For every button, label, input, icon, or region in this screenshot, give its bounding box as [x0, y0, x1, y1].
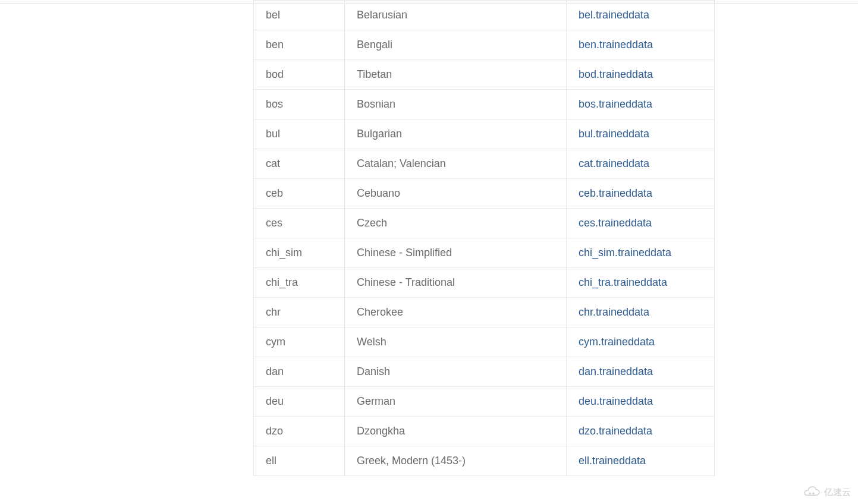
lang-name-cell: Tibetan: [345, 60, 567, 90]
watermark: 亿速云: [803, 486, 851, 498]
lang-code-cell: chi_tra: [254, 268, 345, 298]
lang-file-cell: ben.traineddata: [567, 30, 715, 60]
traineddata-link[interactable]: chi_sim.traineddata: [579, 247, 671, 259]
traineddata-link[interactable]: bod.traineddata: [579, 68, 653, 80]
lang-file-cell: chr.traineddata: [567, 298, 715, 327]
lang-file-cell: cym.traineddata: [567, 327, 715, 357]
traineddata-link[interactable]: bos.traineddata: [579, 98, 652, 110]
lang-name-cell: Chinese - Simplified: [345, 238, 567, 268]
table-row: danDanishdan.traineddata: [254, 357, 715, 387]
table-row: chi_traChinese - Traditionalchi_tra.trai…: [254, 268, 715, 298]
table-row: cymWelshcym.traineddata: [254, 327, 715, 357]
traineddata-link[interactable]: chr.traineddata: [579, 306, 649, 318]
table-row: chrCherokeechr.traineddata: [254, 298, 715, 327]
lang-code-cell: bod: [254, 60, 345, 90]
lang-file-cell: bel.traineddata: [567, 1, 715, 30]
lang-code-cell: ceb: [254, 179, 345, 209]
traineddata-link[interactable]: ell.traineddata: [579, 455, 646, 467]
lang-name-cell: Cebuano: [345, 179, 567, 209]
lang-file-cell: chi_tra.traineddata: [567, 268, 715, 298]
lang-name-cell: Danish: [345, 357, 567, 387]
cloud-icon: [803, 486, 821, 498]
lang-file-cell: bul.traineddata: [567, 119, 715, 149]
language-table: belBelarusianbel.traineddatabenBengalibe…: [253, 0, 715, 476]
lang-file-cell: ceb.traineddata: [567, 179, 715, 209]
table-row: cebCebuanoceb.traineddata: [254, 179, 715, 209]
svg-point-0: [809, 493, 810, 494]
lang-code-cell: dzo: [254, 417, 345, 446]
lang-name-cell: German: [345, 387, 567, 417]
lang-name-cell: Dzongkha: [345, 417, 567, 446]
traineddata-link[interactable]: cat.traineddata: [579, 158, 649, 169]
lang-name-cell: Catalan; Valencian: [345, 149, 567, 179]
lang-code-cell: ell: [254, 446, 345, 476]
lang-file-cell: cat.traineddata: [567, 149, 715, 179]
svg-point-1: [812, 493, 814, 494]
table-row: bosBosnianbos.traineddata: [254, 90, 715, 119]
lang-code-cell: bel: [254, 1, 345, 30]
lang-code-cell: bul: [254, 119, 345, 149]
table-row: dzoDzongkhadzo.traineddata: [254, 417, 715, 446]
lang-name-cell: Belarusian: [345, 1, 567, 30]
table-row: chi_simChinese - Simplifiedchi_sim.train…: [254, 238, 715, 268]
traineddata-link[interactable]: dzo.traineddata: [579, 425, 652, 437]
language-table-container: belBelarusianbel.traineddatabenBengalibe…: [253, 0, 714, 476]
lang-file-cell: deu.traineddata: [567, 387, 715, 417]
lang-code-cell: deu: [254, 387, 345, 417]
table-row: bulBulgarianbul.traineddata: [254, 119, 715, 149]
lang-file-cell: ell.traineddata: [567, 446, 715, 476]
traineddata-link[interactable]: bul.traineddata: [579, 128, 649, 140]
lang-name-cell: Cherokee: [345, 298, 567, 327]
lang-name-cell: Czech: [345, 209, 567, 238]
lang-file-cell: chi_sim.traineddata: [567, 238, 715, 268]
lang-file-cell: dzo.traineddata: [567, 417, 715, 446]
lang-code-cell: ben: [254, 30, 345, 60]
lang-code-cell: ces: [254, 209, 345, 238]
table-row: cesCzechces.traineddata: [254, 209, 715, 238]
lang-code-cell: dan: [254, 357, 345, 387]
traineddata-link[interactable]: bel.traineddata: [579, 9, 649, 21]
table-row: belBelarusianbel.traineddata: [254, 1, 715, 30]
table-row: bodTibetanbod.traineddata: [254, 60, 715, 90]
lang-name-cell: Bosnian: [345, 90, 567, 119]
table-row: catCatalan; Valenciancat.traineddata: [254, 149, 715, 179]
lang-name-cell: Welsh: [345, 327, 567, 357]
traineddata-link[interactable]: ceb.traineddata: [579, 187, 652, 199]
lang-code-cell: cym: [254, 327, 345, 357]
traineddata-link[interactable]: dan.traineddata: [579, 366, 653, 377]
traineddata-link[interactable]: cym.traineddata: [579, 336, 655, 348]
lang-code-cell: bos: [254, 90, 345, 119]
lang-code-cell: chr: [254, 298, 345, 327]
lang-file-cell: ces.traineddata: [567, 209, 715, 238]
table-row: ellGreek, Modern (1453-)ell.traineddata: [254, 446, 715, 476]
lang-code-cell: cat: [254, 149, 345, 179]
lang-name-cell: Bengali: [345, 30, 567, 60]
table-row: benBengaliben.traineddata: [254, 30, 715, 60]
language-table-body: belBelarusianbel.traineddatabenBengalibe…: [254, 1, 715, 476]
traineddata-link[interactable]: ces.traineddata: [579, 217, 652, 229]
lang-name-cell: Chinese - Traditional: [345, 268, 567, 298]
traineddata-link[interactable]: deu.traineddata: [579, 395, 653, 407]
lang-name-cell: Bulgarian: [345, 119, 567, 149]
traineddata-link[interactable]: ben.traineddata: [579, 39, 653, 51]
lang-code-cell: chi_sim: [254, 238, 345, 268]
lang-file-cell: bos.traineddata: [567, 90, 715, 119]
watermark-text: 亿速云: [824, 487, 851, 498]
lang-name-cell: Greek, Modern (1453-): [345, 446, 567, 476]
lang-file-cell: dan.traineddata: [567, 357, 715, 387]
table-row: deuGermandeu.traineddata: [254, 387, 715, 417]
traineddata-link[interactable]: chi_tra.traineddata: [579, 276, 667, 288]
lang-file-cell: bod.traineddata: [567, 60, 715, 90]
